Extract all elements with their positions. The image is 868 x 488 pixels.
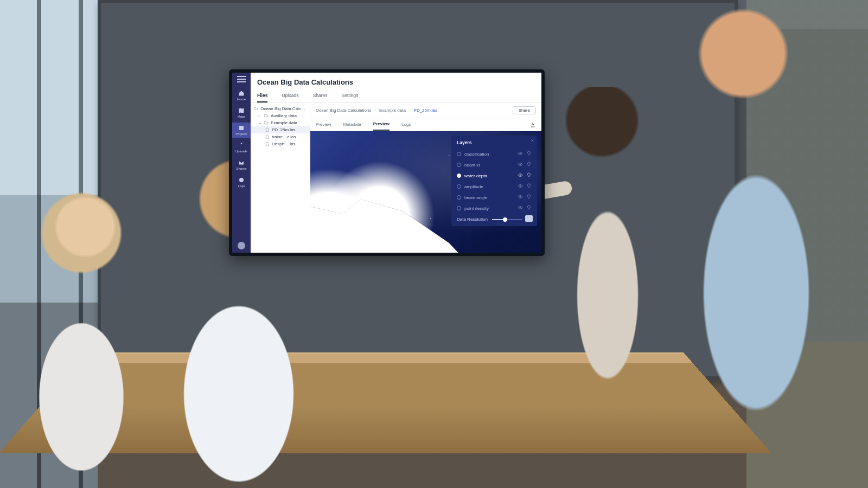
folder-icon (264, 120, 269, 125)
svg-point-3 (520, 164, 521, 165)
nav-home[interactable]: Home (232, 88, 251, 103)
person-standing-right (656, 0, 868, 488)
tree-folder-label: Auxiliary data (271, 113, 297, 118)
layers-title: Layers (457, 140, 532, 145)
tree-folder-auxiliary[interactable]: › Auxiliary data (251, 112, 310, 119)
nav-uploads-label: Uploads (235, 150, 247, 153)
svg-point-4 (520, 175, 521, 176)
pin-icon[interactable] (526, 151, 532, 157)
app-screen: Home Maps Projects Uploads Shares (232, 73, 541, 253)
upload-icon (238, 142, 245, 149)
pin-icon[interactable] (526, 162, 532, 168)
nav-shares-label: Shares (236, 167, 246, 170)
nav-projects-label: Projects (235, 132, 247, 136)
nav-logs[interactable]: Logs (232, 175, 251, 190)
resolution-label: Data Resolution (457, 217, 488, 222)
nav-projects[interactable]: Projects (232, 123, 251, 138)
radio-icon[interactable] (457, 174, 461, 178)
subtab-metadata[interactable]: Metadata (343, 119, 361, 130)
content-panel: Ocean Big Data Calculations › Example da… (310, 103, 541, 253)
tree-root[interactable]: Ocean Big Data Calcula… (251, 105, 310, 112)
tab-files[interactable]: Files (257, 89, 267, 102)
layer-label: point density (464, 206, 489, 211)
tree-folder-example[interactable]: ⌄ Example data (251, 119, 310, 126)
home-icon (238, 90, 245, 97)
nav-rail: Home Maps Projects Uploads Shares (232, 73, 251, 253)
logs-icon (238, 177, 245, 183)
title-bar: Ocean Big Data Calculations (251, 73, 541, 89)
tree-file-label: traine…z.las (272, 134, 296, 139)
tree-root-label: Ocean Big Data Calcula… (260, 106, 307, 111)
breadcrumb: Ocean Big Data Calculations › Example da… (310, 103, 541, 118)
radio-icon[interactable] (457, 184, 461, 189)
layer-label: classification (464, 152, 489, 157)
tree-file-pd25m[interactable]: PD_25m.las (251, 126, 310, 133)
eye-icon[interactable] (518, 162, 523, 168)
page-title: Ocean Big Data Calculations (257, 78, 535, 86)
layer-point-density[interactable]: point density (457, 203, 532, 214)
tree-file-label: PD_25m.las (272, 127, 296, 132)
folder-icon (264, 113, 269, 118)
file-subtabs: Preview Metadata Preview Logs (310, 118, 541, 131)
radio-icon[interactable] (457, 163, 461, 167)
pin-icon[interactable] (526, 183, 532, 190)
layer-beam-angle[interactable]: beam angle (457, 192, 532, 203)
layer-water-depth[interactable]: water depth (457, 170, 532, 181)
layer-label: water depth (464, 174, 487, 178)
radio-icon[interactable] (457, 195, 461, 200)
eye-icon[interactable] (518, 172, 523, 179)
primary-tabs: Files Uploads Shares Settings (251, 89, 541, 103)
tab-shares[interactable]: Shares (313, 89, 328, 102)
eye-icon[interactable] (518, 151, 523, 157)
folder-icon (254, 106, 258, 111)
radio-icon[interactable] (457, 206, 461, 210)
layer-beam-id[interactable]: beam id (457, 159, 532, 170)
chevron-down-icon: ⌄ (258, 120, 261, 125)
subtab-logs[interactable]: Logs (401, 119, 411, 130)
subtab-preview-1[interactable]: Preview (316, 119, 331, 130)
nav-maps-label: Maps (238, 115, 246, 118)
nav-logs-label: Logs (238, 184, 245, 188)
user-avatar[interactable] (238, 242, 245, 249)
projects-icon (238, 125, 245, 131)
nav-maps[interactable]: Maps (232, 105, 251, 120)
pin-icon[interactable] (526, 194, 532, 201)
svg-point-6 (520, 196, 521, 197)
subtab-preview-2[interactable]: Preview (373, 118, 390, 131)
tab-settings[interactable]: Settings (342, 89, 359, 102)
file-icon (265, 134, 270, 139)
eye-icon[interactable] (518, 183, 523, 190)
eye-icon[interactable] (518, 194, 523, 201)
chevron-right-icon: › (258, 113, 261, 118)
room-background: Home Maps Projects Uploads Shares (0, 0, 868, 488)
layer-label: amplitude (464, 184, 483, 189)
chevron-right-icon: › (409, 108, 411, 113)
file-icon (265, 142, 270, 146)
data-resolution-row: Data Resolution 15 (457, 217, 532, 222)
tree-folder-label: Example data (271, 120, 297, 125)
layer-amplitude[interactable]: amplitude (457, 181, 532, 192)
nav-uploads[interactable]: Uploads (232, 140, 251, 155)
pin-icon[interactable] (526, 205, 532, 211)
crumb-folder[interactable]: Example data (379, 108, 406, 113)
resolution-slider[interactable] (492, 219, 522, 220)
layer-classification[interactable]: classification (457, 149, 532, 159)
tree-file-traine[interactable]: traine…z.las (251, 133, 310, 140)
slider-thumb[interactable] (503, 217, 507, 222)
tab-uploads[interactable]: Uploads (282, 89, 298, 102)
share-button[interactable]: Share (513, 106, 536, 114)
crumb-file: PD_25m.las (414, 108, 438, 113)
close-icon[interactable]: × (531, 138, 534, 143)
menu-icon[interactable] (237, 76, 246, 82)
tree-file-label: Unsph….las (272, 142, 296, 146)
nav-shares[interactable]: Shares (232, 157, 251, 172)
eye-icon[interactable] (518, 205, 523, 211)
layers-panel: × Layers classification (451, 136, 537, 226)
crumb-project[interactable]: Ocean Big Data Calculations (316, 108, 371, 113)
legend-toggle-icon[interactable] (525, 215, 533, 222)
pointcloud-viewer[interactable]: × Layers classification (310, 131, 541, 253)
pin-icon[interactable] (526, 172, 532, 179)
download-icon[interactable] (529, 121, 536, 128)
tree-file-unsph[interactable]: Unsph….las (251, 140, 310, 147)
radio-icon[interactable] (457, 152, 461, 156)
